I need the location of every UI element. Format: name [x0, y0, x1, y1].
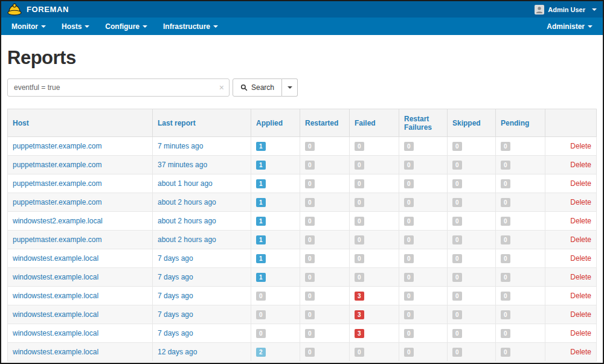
host-link[interactable]: puppetmaster.example.com [13, 179, 101, 188]
delete-link[interactable]: Delete [570, 217, 591, 225]
count-badge: 1 [256, 161, 266, 170]
host-link[interactable]: windowstest.example.local [13, 254, 98, 263]
last-report-link[interactable]: about 2 hours ago [158, 217, 216, 225]
last-report-link[interactable]: 7 days ago [158, 254, 193, 263]
host-link[interactable]: puppetmaster.example.com [13, 142, 101, 150]
count-badge: 0 [452, 329, 462, 338]
host-link[interactable]: windowstest.example.local [13, 348, 98, 356]
last-report-link[interactable]: 7 days ago [158, 292, 193, 300]
host-link[interactable]: windowstest.example.local [13, 292, 98, 300]
reports-table-header: Host Last report Applied Restarted Faile… [8, 109, 597, 137]
nav-item-configure[interactable]: Configure [97, 18, 155, 35]
last-report-link[interactable]: 7 minutes ago [158, 142, 203, 150]
search-input[interactable] [7, 78, 230, 97]
delete-link[interactable]: Delete [570, 198, 591, 206]
search-button[interactable]: Search [233, 78, 282, 97]
chevron-down-icon [288, 86, 292, 89]
host-link[interactable]: puppetmaster.example.com [13, 198, 101, 206]
column-header-restarted[interactable]: Restarted [300, 109, 350, 137]
count-badge: 0 [452, 292, 462, 301]
count-badge: 0 [501, 142, 510, 151]
host-link[interactable]: windowstest.example.local [13, 310, 98, 319]
user-name: Admin User [548, 6, 585, 13]
table-row: windowstest.example.local 7 days ago 1 0… [8, 249, 597, 268]
column-header-restart-failures[interactable]: Restart Failures [399, 109, 448, 137]
last-report-link[interactable]: about 2 hours ago [158, 198, 216, 206]
column-header-skipped[interactable]: Skipped [448, 109, 496, 137]
brand[interactable]: FOREMAN [7, 3, 69, 16]
delete-link[interactable]: Delete [570, 254, 591, 263]
nav-item-label: Monitor [11, 22, 38, 31]
chevron-down-icon [588, 25, 593, 28]
column-header-applied[interactable]: Applied [251, 109, 300, 137]
last-report-link[interactable]: 7 days ago [158, 310, 193, 319]
last-report-link[interactable]: 37 minutes ago [158, 161, 207, 169]
count-badge: 1 [256, 235, 266, 244]
last-report-link[interactable]: 7 days ago [158, 329, 193, 337]
count-badge: 0 [501, 161, 510, 170]
host-link[interactable]: windowstest.example.local [13, 329, 98, 337]
chevron-down-icon [213, 25, 218, 28]
nav-item-label: Administer [547, 22, 585, 31]
count-badge: 0 [355, 348, 364, 357]
count-badge: 0 [305, 329, 315, 338]
search-bar: × Search [7, 78, 597, 97]
nav-item-administer[interactable]: Administer [539, 18, 600, 35]
count-badge: 0 [404, 235, 414, 244]
delete-link[interactable]: Delete [570, 235, 591, 244]
column-header-host[interactable]: Host [8, 109, 153, 137]
table-row: windowstest.example.local 7 days ago 0 0… [8, 287, 597, 305]
host-link[interactable]: puppetmaster.example.com [13, 161, 101, 169]
page-title: Reports [7, 47, 597, 69]
delete-link[interactable]: Delete [570, 329, 591, 337]
host-link[interactable]: windowstest.example.local [13, 273, 98, 281]
host-link[interactable]: windowstest2.example.local [13, 217, 103, 225]
search-input-wrap: × [7, 78, 230, 97]
column-header-failed[interactable]: Failed [350, 109, 399, 137]
count-badge: 3 [355, 292, 364, 301]
clear-search-icon[interactable]: × [219, 83, 224, 92]
column-header-pending[interactable]: Pending [496, 109, 545, 137]
count-badge: 0 [256, 292, 266, 301]
foreman-app-window: FOREMAN Admin User Monitor Hosts [0, 0, 604, 364]
last-report-link[interactable]: about 2 hours ago [158, 235, 216, 244]
delete-link[interactable]: Delete [570, 292, 591, 300]
host-link[interactable]: puppetmaster.example.com [13, 235, 101, 244]
count-badge: 0 [452, 179, 462, 188]
column-header-last-report[interactable]: Last report [153, 109, 251, 137]
nav-item-hosts[interactable]: Hosts [54, 18, 97, 35]
count-badge: 0 [355, 179, 364, 188]
reports-table: Host Last report Applied Restarted Faile… [7, 109, 597, 362]
last-report-link[interactable]: about 1 hour ago [158, 179, 213, 188]
table-row: puppetmaster.example.com about 2 hours a… [8, 231, 597, 249]
user-avatar-icon [535, 5, 544, 14]
count-badge: 0 [452, 235, 462, 244]
count-badge: 0 [355, 217, 364, 226]
delete-link[interactable]: Delete [570, 273, 591, 281]
search-icon [240, 84, 248, 91]
count-badge: 0 [355, 198, 364, 207]
count-badge: 1 [256, 273, 266, 282]
table-row: windowstest.example.local 7 days ago 1 0… [8, 268, 597, 287]
nav-item-monitor[interactable]: Monitor [4, 18, 54, 35]
delete-link[interactable]: Delete [570, 348, 591, 356]
table-row: windowstest.example.local 7 days ago 0 0… [8, 324, 597, 343]
count-badge: 0 [501, 235, 510, 244]
delete-link[interactable]: Delete [570, 310, 591, 319]
last-report-link[interactable]: 7 days ago [158, 273, 193, 281]
count-badge: 0 [404, 254, 414, 263]
nav-right: Administer [539, 18, 600, 35]
table-row: puppetmaster.example.com about 2 hours a… [8, 193, 597, 212]
delete-link[interactable]: Delete [570, 161, 591, 169]
chevron-down-icon [85, 25, 89, 28]
count-badge: 0 [305, 179, 315, 188]
user-menu[interactable]: Admin User [535, 5, 597, 14]
nav-item-infrastructure[interactable]: Infrastructure [155, 18, 226, 35]
search-options-button[interactable] [282, 78, 298, 97]
delete-link[interactable]: Delete [570, 142, 591, 150]
count-badge: 0 [501, 348, 510, 357]
count-badge: 0 [305, 254, 315, 263]
last-report-link[interactable]: 12 days ago [158, 348, 197, 356]
delete-link[interactable]: Delete [570, 179, 591, 188]
count-badge: 0 [452, 198, 462, 207]
